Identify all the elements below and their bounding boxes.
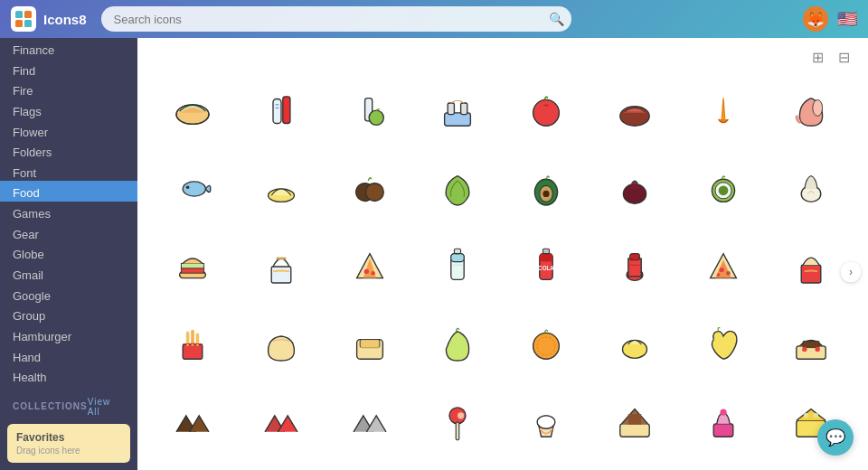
icon-cell-32[interactable] bbox=[152, 386, 233, 458]
icon-cell-24[interactable] bbox=[152, 308, 233, 381]
sidebar-item-gear[interactable]: Gear bbox=[0, 222, 137, 243]
icon-cell-44[interactable] bbox=[505, 464, 587, 470]
icon-cell-16[interactable] bbox=[152, 230, 233, 303]
icon-cell-10[interactable] bbox=[329, 153, 410, 225]
icon-cell-28[interactable] bbox=[505, 308, 587, 381]
svg-rect-60 bbox=[803, 341, 819, 347]
icon-cell-34[interactable] bbox=[329, 386, 410, 458]
svg-point-66 bbox=[537, 416, 555, 428]
svg-point-34 bbox=[363, 269, 368, 274]
search-wrapper: 🔍 bbox=[101, 6, 571, 32]
logo-icon bbox=[11, 6, 36, 32]
view-all-link[interactable]: View All bbox=[88, 397, 125, 417]
svg-point-65 bbox=[458, 412, 464, 418]
sidebar-item-font[interactable]: Font bbox=[0, 161, 137, 182]
svg-rect-69 bbox=[713, 424, 733, 437]
icon-cell-20[interactable]: COLA bbox=[505, 230, 587, 303]
logo-text: Icons8 bbox=[43, 12, 87, 27]
sidebar-item-hamburger[interactable]: Hamburger bbox=[0, 324, 137, 345]
icon-cell-7[interactable] bbox=[770, 75, 852, 147]
icon-cell-8[interactable] bbox=[152, 153, 233, 225]
icon-cell-23[interactable] bbox=[770, 230, 852, 303]
icon-cell-38[interactable] bbox=[683, 386, 764, 458]
language-flag[interactable]: 🇺🇸 bbox=[837, 9, 857, 29]
icon-cell-21[interactable] bbox=[594, 230, 675, 303]
svg-point-16 bbox=[183, 182, 205, 196]
icon-cell-13[interactable] bbox=[594, 153, 675, 225]
scroll-right-arrow[interactable]: › bbox=[841, 262, 861, 282]
sidebar-item-health[interactable]: Health bbox=[0, 365, 137, 386]
icon-cell-22[interactable] bbox=[683, 230, 764, 303]
favorites-box: FavoritesDrag icons here bbox=[7, 424, 130, 463]
main-layout: FinanceFindFireFlagsFlowerFoldersFontFoo… bbox=[0, 38, 868, 470]
sidebar-item-find[interactable]: Find bbox=[0, 59, 137, 80]
svg-point-73 bbox=[814, 413, 818, 418]
icon-cell-4[interactable] bbox=[505, 75, 587, 147]
icon-cell-37[interactable] bbox=[594, 386, 675, 458]
icon-cell-35[interactable] bbox=[417, 386, 498, 458]
icon-cell-43[interactable] bbox=[417, 464, 498, 470]
icon-cell-12[interactable] bbox=[505, 153, 587, 225]
icon-cell-3[interactable] bbox=[417, 75, 498, 147]
svg-point-23 bbox=[542, 191, 549, 197]
icon-cell-30[interactable] bbox=[683, 308, 764, 381]
icon-cell-27[interactable] bbox=[417, 308, 498, 381]
icon-cell-29[interactable] bbox=[594, 308, 675, 381]
svg-rect-32 bbox=[271, 267, 291, 283]
sidebar-item-gmail[interactable]: Gmail bbox=[0, 263, 137, 284]
svg-point-48 bbox=[716, 273, 720, 277]
header-right: 🦊 🇺🇸 bbox=[803, 6, 857, 32]
icon-cell-2[interactable] bbox=[329, 75, 410, 147]
svg-point-70 bbox=[720, 409, 726, 416]
icon-cell-14[interactable] bbox=[683, 153, 764, 225]
sidebar-item-google[interactable]: Google bbox=[0, 284, 137, 305]
sidebar-item-group[interactable]: Group bbox=[0, 304, 137, 324]
icon-cell-19[interactable] bbox=[417, 230, 498, 303]
svg-point-15 bbox=[813, 99, 823, 116]
search-input[interactable] bbox=[101, 6, 571, 32]
sidebar-item-fire[interactable]: Fire bbox=[0, 79, 137, 99]
sidebar-item-finance[interactable]: Finance bbox=[0, 38, 137, 59]
icon-cell-40[interactable] bbox=[152, 464, 233, 470]
icon-cell-17[interactable] bbox=[241, 230, 322, 303]
user-avatar[interactable]: 🦊 bbox=[803, 6, 828, 32]
icon-cell-41[interactable] bbox=[241, 464, 322, 470]
icon-cell-31[interactable] bbox=[770, 308, 852, 381]
sidebar-item-hand[interactable]: Hand bbox=[0, 345, 137, 366]
icon-cell-11[interactable] bbox=[417, 153, 498, 225]
list-view-button[interactable]: ⊟ bbox=[835, 47, 854, 68]
svg-point-13 bbox=[533, 99, 560, 126]
icon-cell-5[interactable] bbox=[594, 75, 675, 147]
svg-rect-3 bbox=[24, 20, 32, 27]
icon-cell-33[interactable] bbox=[241, 386, 322, 458]
chat-button[interactable]: 💬 bbox=[817, 419, 854, 456]
icon-cell-46[interactable] bbox=[683, 464, 764, 470]
sidebar-item-flags[interactable]: Flags bbox=[0, 99, 137, 120]
icon-cell-36[interactable] bbox=[505, 386, 587, 458]
icon-grid-area: ⊞ ⊟ COLA bbox=[137, 38, 868, 470]
icon-cell-15[interactable] bbox=[770, 153, 852, 225]
sidebar-item-food[interactable]: Food bbox=[0, 181, 137, 202]
svg-point-27 bbox=[718, 185, 728, 195]
svg-rect-64 bbox=[456, 422, 459, 440]
search-icon-button[interactable]: 🔍 bbox=[549, 12, 564, 26]
icon-cell-45[interactable] bbox=[594, 464, 675, 470]
svg-rect-44 bbox=[628, 258, 641, 277]
icon-cell-9[interactable] bbox=[241, 153, 322, 225]
icon-cell-18[interactable] bbox=[329, 230, 410, 303]
svg-rect-7 bbox=[283, 97, 290, 124]
icon-cell-6[interactable] bbox=[683, 75, 764, 147]
svg-rect-37 bbox=[451, 254, 464, 262]
icon-cell-0[interactable] bbox=[152, 75, 233, 147]
sidebar-item-folders[interactable]: Folders bbox=[0, 140, 137, 161]
sidebar-item-globe[interactable]: Globe bbox=[0, 242, 137, 263]
icon-cell-26[interactable] bbox=[329, 308, 410, 381]
icon-cell-47[interactable] bbox=[770, 464, 852, 470]
sidebar-item-flower[interactable]: Flower bbox=[0, 120, 137, 141]
icon-cell-42[interactable] bbox=[329, 464, 410, 470]
svg-rect-31 bbox=[181, 263, 203, 268]
icon-cell-1[interactable] bbox=[241, 75, 322, 147]
icon-cell-25[interactable] bbox=[241, 308, 322, 381]
sidebar-item-games[interactable]: Games bbox=[0, 202, 137, 222]
grid-view-button[interactable]: ⊞ bbox=[808, 47, 827, 68]
